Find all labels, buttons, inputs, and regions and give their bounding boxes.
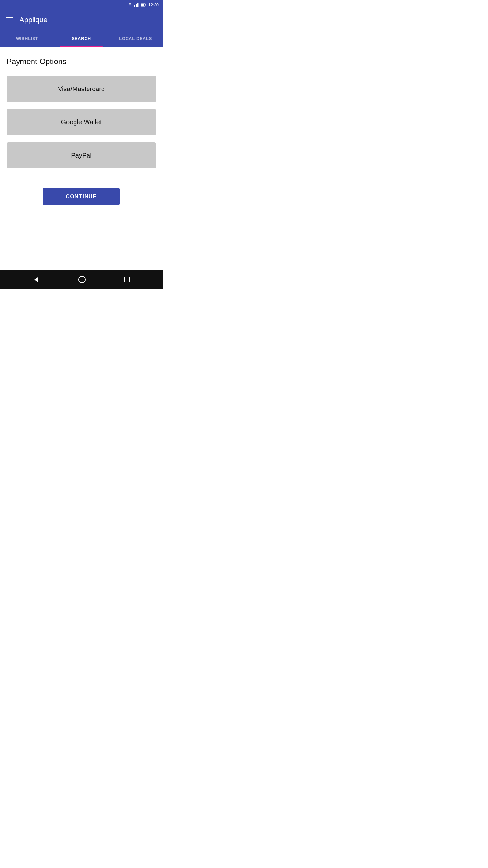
home-button[interactable] xyxy=(78,276,86,283)
recents-button[interactable] xyxy=(124,277,130,282)
continue-area: CONTINUE xyxy=(6,188,156,205)
svg-rect-6 xyxy=(146,4,147,5)
paypal-button[interactable]: PayPal xyxy=(6,142,156,168)
tab-local-deals[interactable]: LOCAL DEALS xyxy=(108,30,163,47)
battery-icon xyxy=(140,3,147,6)
visa-mastercard-button[interactable]: Visa/Mastercard xyxy=(6,76,156,102)
main-content: Payment Options Visa/Mastercard Google W… xyxy=(0,47,163,270)
tab-bar: WISHLIST SEARCH LOCAL DEALS xyxy=(0,30,163,47)
status-time: 12:30 xyxy=(148,2,159,7)
signal-icon xyxy=(134,3,139,6)
continue-button[interactable]: CONTINUE xyxy=(43,188,120,205)
back-button[interactable] xyxy=(33,276,40,283)
hamburger-menu-icon[interactable] xyxy=(6,17,13,23)
status-bar: 12:30 xyxy=(0,0,163,9)
svg-rect-5 xyxy=(141,4,144,6)
page-title: Payment Options xyxy=(6,57,156,66)
google-wallet-button[interactable]: Google Wallet xyxy=(6,109,156,135)
tab-wishlist[interactable]: WISHLIST xyxy=(0,30,54,47)
app-bar: Applique xyxy=(0,9,163,30)
app-title: Applique xyxy=(20,16,47,24)
status-icons: 12:30 xyxy=(128,2,159,7)
svg-rect-1 xyxy=(136,4,137,6)
nav-bar xyxy=(0,270,163,289)
payment-options-section: Payment Options Visa/Mastercard Google W… xyxy=(0,47,163,270)
svg-rect-2 xyxy=(137,3,138,6)
tab-search[interactable]: SEARCH xyxy=(54,30,109,47)
svg-rect-3 xyxy=(138,3,139,6)
svg-rect-0 xyxy=(134,5,135,6)
wifi-icon xyxy=(128,3,133,6)
svg-marker-7 xyxy=(34,277,38,282)
